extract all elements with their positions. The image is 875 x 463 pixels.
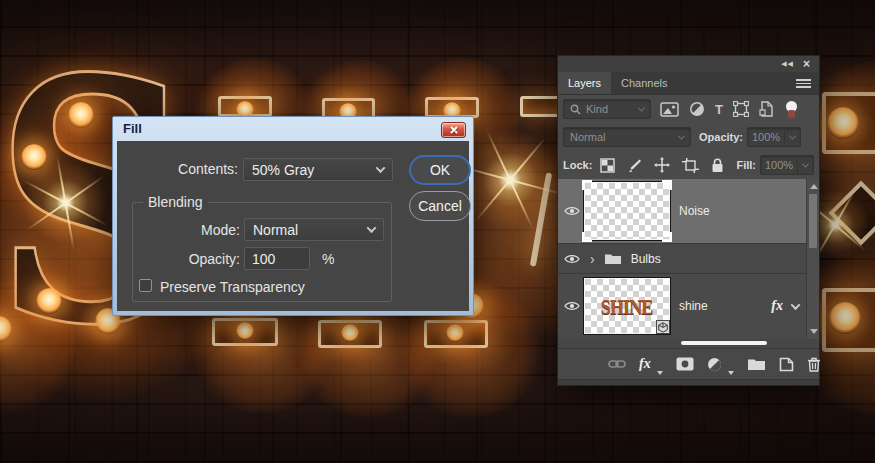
layer-thumbnail[interactable]: SHINE bbox=[584, 278, 670, 334]
blend-mode-dropdown[interactable]: Normal bbox=[563, 127, 691, 147]
filter-row: Kind T bbox=[558, 95, 819, 123]
lock-artboard-icon[interactable] bbox=[682, 158, 699, 173]
filter-adjustment-layers-icon[interactable] bbox=[689, 101, 705, 117]
group-folder-icon bbox=[604, 252, 622, 265]
cancel-button[interactable]: Cancel bbox=[409, 191, 471, 221]
layer-row-bulbs[interactable]: › Bulbs bbox=[558, 244, 819, 274]
layer-effects-badge[interactable]: fx bbox=[771, 298, 783, 314]
panel-menu-icon[interactable] bbox=[796, 79, 811, 88]
shine-thumbnail-text: SHINE bbox=[601, 293, 653, 318]
chevron-down-icon bbox=[638, 104, 645, 111]
scrollbar-thumb[interactable] bbox=[681, 341, 767, 345]
close-panel-icon[interactable]: × bbox=[803, 59, 810, 69]
add-layer-style-icon[interactable]: fx bbox=[639, 356, 651, 372]
close-button[interactable] bbox=[441, 122, 466, 138]
layers-panel: ◀◀ × Layers Channels Kind bbox=[557, 55, 820, 386]
mode-value: Normal bbox=[253, 222, 298, 238]
filter-icons: T bbox=[660, 101, 797, 118]
dialog-title: Fill bbox=[123, 121, 142, 136]
layers-list: Noise › Bulbs SHINE bbox=[558, 179, 819, 339]
collapse-panel-icon[interactable]: ◀◀ bbox=[781, 60, 794, 68]
tab-layers[interactable]: Layers bbox=[558, 72, 611, 94]
layer-name: Noise bbox=[679, 204, 710, 218]
sparkler bbox=[18, 155, 113, 250]
fill-dropdown[interactable]: 100% bbox=[760, 155, 814, 175]
new-layer-icon[interactable] bbox=[779, 357, 794, 372]
panel-footer bbox=[558, 379, 819, 385]
lock-all-icon[interactable] bbox=[711, 158, 724, 173]
layer-name: shine bbox=[679, 299, 708, 313]
opacity-dropdown[interactable]: 100% bbox=[747, 127, 801, 147]
preserve-transparency-checkbox[interactable] bbox=[139, 279, 152, 292]
marquee-bulb bbox=[827, 107, 859, 139]
filter-type-layers-icon[interactable]: T bbox=[715, 102, 723, 117]
marquee-bulb bbox=[36, 288, 62, 314]
scrollbar-thumb[interactable] bbox=[809, 194, 817, 248]
lock-label: Lock: bbox=[563, 159, 592, 171]
marquee-bulb bbox=[236, 322, 254, 340]
mode-dropdown[interactable]: Normal bbox=[244, 218, 384, 241]
new-group-folder-icon[interactable] bbox=[747, 357, 766, 371]
blend-row: Normal Opacity: 100% bbox=[558, 123, 819, 151]
add-layer-mask-icon[interactable] bbox=[676, 357, 694, 371]
panel-bottom-toolbar: fx bbox=[558, 348, 819, 379]
layer-row-shine[interactable]: SHINE shine fx bbox=[558, 274, 819, 338]
filter-kind-value: Kind bbox=[586, 103, 608, 115]
scroll-down-icon[interactable] bbox=[810, 329, 818, 334]
blending-group: Blending Mode: Normal Opacity: % Preserv… bbox=[132, 202, 392, 302]
lock-position-icon[interactable] bbox=[654, 157, 670, 173]
layer-thumbnail[interactable] bbox=[584, 182, 670, 240]
dialog-body: Contents: 50% Gray OK Cancel Blending Mo… bbox=[117, 141, 469, 311]
lock-row: Lock: Fill: 100% bbox=[558, 151, 819, 179]
lock-image-pixels-icon[interactable] bbox=[627, 158, 642, 173]
search-icon bbox=[570, 104, 581, 115]
contents-dropdown[interactable]: 50% Gray bbox=[243, 158, 393, 181]
effects-expand-chevron-icon[interactable] bbox=[791, 300, 801, 310]
group-disclosure-icon[interactable]: › bbox=[590, 254, 595, 264]
opacity-unit: % bbox=[322, 251, 342, 267]
chevron-down-icon bbox=[678, 132, 685, 139]
lock-transparent-pixels-icon[interactable] bbox=[600, 158, 615, 173]
panel-header: ◀◀ × bbox=[558, 56, 819, 72]
mode-label: Mode: bbox=[133, 222, 240, 238]
link-layers-icon[interactable] bbox=[608, 359, 626, 369]
chevron-down-icon bbox=[797, 156, 813, 174]
fill-label: Fill: bbox=[736, 159, 756, 171]
tab-channels[interactable]: Channels bbox=[611, 72, 677, 94]
ok-button[interactable]: OK bbox=[409, 155, 471, 185]
lock-icons bbox=[600, 157, 724, 173]
marquee-bulb bbox=[446, 324, 464, 342]
chevron-down-icon bbox=[657, 371, 663, 375]
chevron-down-icon bbox=[367, 223, 377, 233]
opacity-label: Opacity: bbox=[133, 251, 240, 267]
filter-toggle-icon[interactable] bbox=[786, 101, 797, 118]
blend-mode-value: Normal bbox=[570, 131, 605, 143]
photoshop-workspace: S Fill Co bbox=[0, 0, 875, 463]
filter-pixel-layers-icon[interactable] bbox=[660, 102, 679, 117]
opacity-field[interactable] bbox=[244, 247, 310, 270]
add-adjustment-layer-icon[interactable] bbox=[707, 357, 722, 372]
panel-tabs: Layers Channels bbox=[558, 72, 819, 95]
delete-layer-trash-icon[interactable] bbox=[807, 357, 821, 372]
scroll-up-icon[interactable] bbox=[810, 184, 818, 189]
visibility-eye-icon[interactable] bbox=[560, 206, 584, 216]
marquee-bulb bbox=[341, 324, 359, 342]
layer-row-noise[interactable]: Noise bbox=[558, 179, 819, 244]
smart-object-badge-icon bbox=[656, 320, 670, 334]
filter-smart-objects-icon[interactable] bbox=[759, 101, 774, 117]
visibility-eye-icon[interactable] bbox=[560, 254, 584, 264]
visibility-eye-icon[interactable] bbox=[560, 301, 584, 311]
chevron-down-icon bbox=[728, 371, 734, 375]
fill-value: 100% bbox=[761, 159, 797, 171]
chevron-down-icon bbox=[784, 128, 800, 146]
horizontal-scrollbar[interactable] bbox=[558, 339, 819, 348]
filter-kind-dropdown[interactable]: Kind bbox=[563, 99, 651, 119]
chevron-down-icon bbox=[376, 163, 386, 173]
vertical-scrollbar[interactable] bbox=[806, 179, 819, 339]
contents-label: Contents: bbox=[117, 161, 238, 177]
blending-legend: Blending bbox=[143, 194, 208, 210]
filter-shape-layers-icon[interactable] bbox=[733, 101, 749, 117]
preserve-transparency-label: Preserve Transparency bbox=[160, 279, 360, 295]
contents-value: 50% Gray bbox=[252, 162, 314, 178]
marquee-bulb bbox=[829, 302, 861, 334]
